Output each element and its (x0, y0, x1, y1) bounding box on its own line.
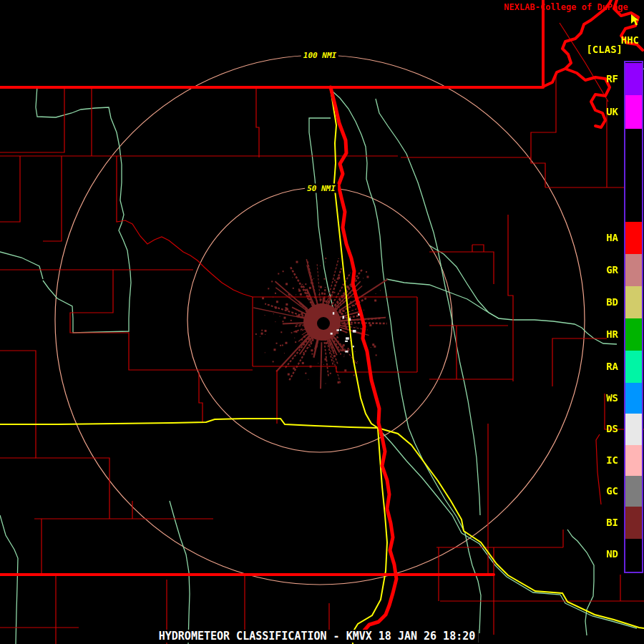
legend-label-bd: BD (581, 296, 618, 308)
legend-segment-gc (625, 476, 642, 507)
legend-label-ra: RA (581, 361, 618, 372)
legend-segment-nd (625, 539, 642, 570)
legend-label-nd: ND (581, 548, 618, 560)
legend-label-gr: GR (581, 264, 618, 275)
legend-segment-bd (625, 286, 642, 318)
legend-segment-ha (625, 222, 642, 254)
legend-segment-rf (625, 63, 642, 95)
status-text: HYDROMETEOR CLASSIFICATION - KMVX 18 JAN… (159, 630, 476, 643)
radar-display: NEXLAB-College of DuPage HHC [CLAS] 100 … (0, 0, 644, 644)
range-ring-label-50nmi: 50 NMI (305, 184, 338, 193)
classification-mode-label: [CLAS] (586, 44, 623, 55)
legend-segment-ic (625, 445, 642, 476)
legend-segment-gr (625, 254, 642, 286)
legend-segment-hr (625, 318, 642, 351)
status-bar: HYDROMETEOR CLASSIFICATION - KMVX 18 JAN… (156, 630, 479, 643)
legend-segment-ws (625, 383, 642, 414)
radar-map-canvas (0, 0, 644, 644)
legend-label-ha: HA (581, 232, 618, 243)
legend-bar (624, 61, 643, 573)
legend-label-gc: GC (581, 485, 618, 497)
legend-label-hr: HR (581, 328, 618, 340)
product-code-label: HHC (621, 34, 639, 46)
legend-segment-ds (625, 414, 642, 445)
legend-label-uk: UK (581, 106, 618, 117)
legend-label-ic: IC (581, 454, 618, 466)
legend-label-rf: RF (581, 73, 618, 84)
legend-segment-ra (625, 351, 642, 383)
legend-label-ds: DS (581, 423, 618, 434)
legend-label-ws: WS (581, 392, 618, 404)
range-ring-label-100nmi: 100 NMI (301, 51, 338, 60)
legend-segment-uk (625, 95, 642, 129)
legend-label-bi: BI (581, 517, 618, 528)
legend-segment-bi (625, 507, 642, 539)
